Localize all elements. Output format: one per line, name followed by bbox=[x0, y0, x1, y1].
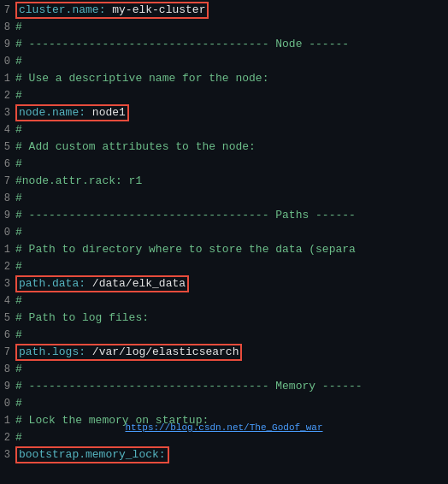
code-line: 6# bbox=[0, 156, 448, 173]
code-line: 2# bbox=[0, 87, 448, 104]
line-number: 3 bbox=[0, 276, 15, 292]
code-line: 8# bbox=[0, 190, 448, 207]
code-line: 5# Path to log files: bbox=[0, 310, 448, 327]
line-content: node.name: node1 bbox=[15, 104, 443, 121]
code-line: 9# ------------------------------------ … bbox=[0, 207, 448, 224]
line-number: 4 bbox=[0, 293, 15, 310]
code-line: 2# bbox=[0, 258, 448, 275]
line-number: 6 bbox=[0, 328, 15, 344]
line-number: 9 bbox=[0, 379, 15, 395]
code-line: 9# ------------------------------------ … bbox=[0, 36, 448, 53]
code-line: 3path.data: /data/elk_data bbox=[0, 275, 448, 292]
code-line: 3node.name: node1 bbox=[0, 104, 448, 121]
line-number: 7 bbox=[0, 3, 15, 19]
code-line: 3bootstrap.memory_lock: bbox=[0, 446, 448, 463]
line-content: # bbox=[15, 121, 443, 138]
code-line: 0# bbox=[0, 395, 448, 412]
line-content: # bbox=[15, 224, 443, 240]
code-line: 0# bbox=[0, 224, 448, 241]
line-content: # bbox=[15, 87, 443, 103]
line-content: # ------------------------------------ P… bbox=[15, 207, 443, 223]
code-line: 6# bbox=[0, 327, 448, 344]
line-content: # bbox=[15, 19, 443, 35]
line-number: 8 bbox=[0, 362, 15, 378]
line-number: 9 bbox=[0, 37, 15, 53]
code-line: 8# bbox=[0, 19, 448, 36]
line-content: # ------------------------------------ N… bbox=[15, 36, 443, 52]
line-number: 3 bbox=[0, 447, 15, 463]
code-line: 8# bbox=[0, 361, 448, 378]
line-number: 0 bbox=[0, 54, 15, 70]
watermark-link: https://blog.csdn.net/The_Godof_war bbox=[125, 422, 322, 433]
line-number: 8 bbox=[0, 191, 15, 207]
code-line: 7#node.attr.rack: r1 bbox=[0, 173, 448, 190]
code-line: 4# bbox=[0, 292, 448, 310]
line-number: 0 bbox=[0, 396, 15, 412]
line-number: 3 bbox=[0, 105, 15, 121]
line-content: # Add custom attributes to the node: bbox=[15, 139, 443, 155]
code-line: 7path.logs: /var/log/elasticsearch bbox=[0, 344, 448, 361]
line-number: 2 bbox=[0, 259, 15, 275]
line-content: # bbox=[15, 327, 443, 343]
line-content: # bbox=[15, 156, 443, 172]
line-content: # bbox=[15, 395, 443, 411]
code-line: 1# Path to directory where to store the … bbox=[0, 241, 448, 258]
code-line: 9# ------------------------------------ … bbox=[0, 378, 448, 395]
line-number: 5 bbox=[0, 139, 15, 156]
line-number: 0 bbox=[0, 225, 15, 241]
line-content: cluster.name: my-elk-cluster bbox=[15, 2, 443, 19]
line-content: #node.attr.rack: r1 bbox=[15, 173, 443, 189]
line-number: 9 bbox=[0, 208, 15, 224]
line-number: 5 bbox=[0, 310, 15, 327]
line-content: bootstrap.memory_lock: bbox=[15, 446, 443, 463]
line-content: # bbox=[15, 361, 443, 377]
line-content: # ------------------------------------ M… bbox=[15, 378, 443, 394]
line-number: 7 bbox=[0, 174, 15, 190]
code-editor: 7cluster.name: my-elk-cluster8#9# ------… bbox=[0, 0, 448, 484]
code-line: 0# bbox=[0, 53, 448, 70]
code-line: 1# Use a descriptive name for the node: bbox=[0, 70, 448, 87]
line-number: 1 bbox=[0, 413, 15, 429]
line-content: # Use a descriptive name for the node: bbox=[15, 70, 443, 86]
line-number: 6 bbox=[0, 156, 15, 173]
code-line: 5# Add custom attributes to the node: bbox=[0, 139, 448, 156]
line-number: 1 bbox=[0, 71, 15, 87]
line-content: # Path to log files: bbox=[15, 310, 443, 326]
line-number: 8 bbox=[0, 20, 15, 36]
line-content: # Path to directory where to store the d… bbox=[15, 241, 443, 257]
line-number: 4 bbox=[0, 122, 15, 139]
line-content: path.logs: /var/log/elasticsearch bbox=[15, 344, 443, 361]
line-number: 2 bbox=[0, 430, 15, 446]
code-line: 7cluster.name: my-elk-cluster bbox=[0, 2, 448, 19]
line-content: # bbox=[15, 190, 443, 206]
line-content: # bbox=[15, 258, 443, 274]
line-number: 2 bbox=[0, 88, 15, 104]
line-number: 1 bbox=[0, 242, 15, 258]
line-content: # bbox=[15, 292, 443, 309]
line-content: # bbox=[15, 53, 443, 69]
line-number: 7 bbox=[0, 345, 15, 361]
line-content: path.data: /data/elk_data bbox=[15, 275, 443, 292]
code-line: 4# bbox=[0, 121, 448, 139]
